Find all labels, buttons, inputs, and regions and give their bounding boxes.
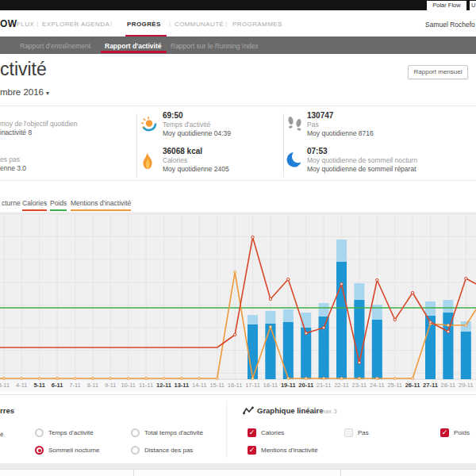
- x-axis-label: 11-11: [139, 382, 153, 389]
- checkbox-unchecked[interactable]: [344, 428, 353, 437]
- inactivity-marker: [305, 378, 307, 380]
- tab-polar-flow[interactable]: Polar Flow: [427, 1, 466, 10]
- calories-marker: [322, 326, 324, 328]
- line-option-poids[interactable]: ✓Poids: [440, 428, 470, 437]
- stat-steps-value: 130747: [307, 111, 333, 120]
- calories-marker: [340, 282, 343, 285]
- bar-option-distance-des-pas[interactable]: Distance des pas: [131, 446, 193, 455]
- x-axis-label: 8-11: [87, 382, 98, 389]
- nav-item-communauté[interactable]: COMMUNAUTÉ: [175, 21, 224, 28]
- inactivity-marker: [287, 378, 290, 380]
- inactivity-marker: [216, 378, 218, 380]
- x-axis-label: 22-11: [334, 382, 349, 389]
- option-label: Total temps d'activité: [144, 429, 203, 436]
- bar-option-temps-d-activit-[interactable]: Temps d'activité: [35, 428, 94, 437]
- option-label: Calories: [261, 429, 284, 436]
- x-axis-label: 6-11: [52, 382, 63, 389]
- option-label: Pas: [358, 429, 369, 436]
- nav-item-flux[interactable]: FLUX: [17, 21, 34, 28]
- x-axis-label: 19-11: [281, 382, 296, 389]
- calories-marker: [411, 291, 413, 294]
- calories-marker: [465, 277, 467, 279]
- x-axis-label: 10-11: [121, 382, 136, 389]
- monthly-report-button[interactable]: Rapport mensuel: [408, 65, 468, 79]
- x-axis-label: 7-11: [69, 382, 80, 389]
- inactivity-marker: [109, 378, 112, 380]
- chart-legend-calories[interactable]: Calories: [22, 199, 47, 211]
- x-axis-label: 9-11: [105, 382, 116, 389]
- next-section-band: [0, 463, 476, 469]
- sleep-bar-dark: [461, 332, 471, 379]
- line-option-calories[interactable]: ✓Calories: [248, 428, 284, 437]
- calories-marker: [269, 298, 271, 300]
- chart-legend-mentions-d-inactivit-[interactable]: Mentions d'inactivité: [71, 199, 131, 211]
- subnav-activity-report[interactable]: Rapport d'activité: [105, 42, 161, 50]
- checkbox-checked[interactable]: ✓: [248, 446, 256, 455]
- line-option-mentions-d-inactivit-[interactable]: ✓Mentions d'inactivité: [248, 446, 318, 455]
- stat-calories-value: 36068 kcal: [163, 147, 202, 155]
- inactivity-marker: [91, 378, 94, 380]
- period-selector[interactable]: mbre 2016▾: [0, 87, 49, 97]
- flow-logo-fragment[interactable]: OW: [0, 18, 17, 29]
- stat-left-fragment-value: inactivité 8: [0, 129, 32, 136]
- radio-unselected[interactable]: [131, 446, 140, 455]
- subnav-training-report[interactable]: Rapport d'entraînement: [20, 42, 90, 50]
- main-nav: OW FLUXEXPLORERAGENDAPROGRÈSCOMMUNAUTÉPR…: [0, 10, 476, 36]
- inactivity-marker: [465, 324, 467, 327]
- inactivity-marker: [198, 378, 201, 380]
- x-axis-label: 29-11: [459, 382, 474, 389]
- tab-partial[interactable]: U: [470, 1, 476, 10]
- divider: [226, 401, 227, 458]
- chart-legend-poids[interactable]: Poids: [50, 199, 67, 211]
- stat-calories-label: Calories: [163, 156, 187, 164]
- subnav-running-index-report[interactable]: Rapport sur le Running Index: [171, 42, 259, 50]
- max-series-note: max 3: [320, 408, 337, 415]
- footsteps-icon: [286, 116, 304, 137]
- inactivity-marker: [56, 378, 59, 380]
- summary-stats-section: moy de l'objectif quotidieninactivité 8e…: [0, 106, 476, 181]
- line-option-pas[interactable]: Pas: [344, 428, 369, 437]
- x-axis-label: 16-11: [228, 382, 243, 389]
- radio-unselected[interactable]: [131, 428, 140, 437]
- inactivity-marker: [251, 378, 254, 380]
- nav-item-programmes[interactable]: PROGRAMMES: [232, 21, 282, 28]
- nav-item-explorer[interactable]: EXPLORER: [42, 21, 79, 28]
- nav-separator: |: [225, 20, 227, 27]
- stat-activity-time-average: Moy quotidienne 04:39: [163, 129, 231, 137]
- option-label: Sommeil nocturne: [48, 447, 99, 454]
- line-chart-icon: [243, 406, 254, 415]
- sun-icon: [140, 116, 158, 136]
- calories-marker: [251, 236, 254, 238]
- nav-separator: |: [75, 20, 76, 27]
- inactivity-marker: [447, 324, 449, 327]
- x-axis-label: 20-11: [298, 382, 313, 389]
- divider: [283, 113, 284, 177]
- bar-option-total-temps-d-activit-[interactable]: Total temps d'activité: [131, 428, 203, 437]
- x-axis-label: 18-11: [263, 382, 278, 389]
- nav-item-progrès[interactable]: PROGRÈS: [127, 21, 161, 28]
- radio-unselected[interactable]: [35, 428, 44, 437]
- activity-chart[interactable]: 3-114-115-116-117-118-119-1110-1111-1112…: [0, 212, 476, 391]
- sleep-bar-dark: [265, 324, 275, 379]
- bar-option-sommeil-nocturne[interactable]: Sommeil nocturne: [35, 446, 99, 455]
- option-label: Poids: [454, 429, 470, 436]
- divider: [133, 469, 134, 476]
- divider: [0, 394, 476, 395]
- inactivity-marker: [323, 378, 325, 380]
- chart-legend-cturne[interactable]: cturne: [2, 199, 21, 209]
- sleep-bar-dark: [372, 320, 382, 379]
- radio-selected[interactable]: [35, 446, 44, 455]
- calories-marker: [233, 333, 236, 336]
- option-label: Temps d'activité: [48, 429, 94, 436]
- line-graph-section-title: Graphique linéaire: [257, 406, 323, 415]
- user-name[interactable]: Samuel Rochefo: [425, 21, 475, 29]
- sleep-bar-dark: [248, 324, 258, 379]
- checkbox-checked[interactable]: ✓: [248, 428, 256, 437]
- bars-section-title: rres: [0, 406, 14, 415]
- sleep-bar-dark: [301, 328, 311, 379]
- checkbox-checked[interactable]: ✓: [440, 428, 449, 437]
- inactivity-marker: [21, 378, 23, 380]
- x-axis-label: 28-11: [441, 382, 456, 389]
- nav-item-agenda[interactable]: AGENDA: [81, 21, 109, 28]
- calories-marker: [393, 318, 396, 321]
